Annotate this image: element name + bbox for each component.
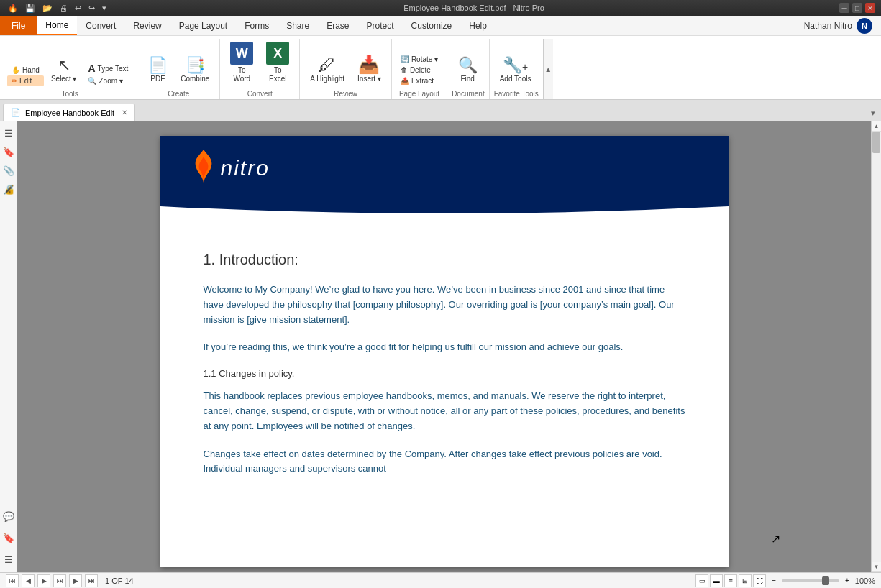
ribbon-group-pagelayout: 🔄 Rotate ▾ 🗑 Delete 📤 Extract Page Layou… (392, 39, 447, 99)
hand-button[interactable]: ✋ Hand (7, 65, 44, 75)
ribbon: ✋ Hand ✏ Edit ↖ Select ▾ A Type Text (0, 36, 881, 100)
rotate-icon: 🔄 (401, 55, 409, 63)
user-avatar[interactable]: N (857, 18, 872, 34)
customize-quick-btn[interactable]: ▾ (100, 4, 109, 13)
pdf-page: nitro 1. Introduction: Welcome to My Com… (160, 136, 729, 567)
scroll-up-arrow[interactable]: ▲ (872, 121, 881, 132)
scroll-thumb[interactable] (872, 132, 880, 153)
to-word-label: ToWord (233, 66, 250, 83)
nav-next-frame-button[interactable]: ⏭ (53, 574, 66, 587)
menu-forms[interactable]: Forms (236, 16, 278, 35)
rotate-button[interactable]: 🔄 Rotate ▾ (396, 54, 442, 65)
nav-play-button[interactable]: ▶ (37, 574, 50, 587)
print-quick-btn[interactable]: 🖨 (58, 4, 70, 12)
zoom-button[interactable]: 🔍 Zoom ▾ (83, 75, 132, 86)
zoom-minus-btn[interactable]: − (769, 576, 779, 584)
highlight-button[interactable]: 🖊 A Highlight (304, 53, 350, 86)
create-items: 📄 PDF 📑 Combine (142, 39, 215, 86)
close-button[interactable]: ✕ (865, 3, 875, 13)
sidebar-thumbnails-icon[interactable]: ☰ (1, 126, 16, 140)
view-single-btn[interactable]: ▭ (695, 574, 708, 587)
ribbon-group-favorite: 🔧+ Add Tools Favorite Tools (490, 39, 543, 99)
zoom-icon: 🔍 (88, 77, 96, 85)
menu-erase[interactable]: Erase (318, 16, 357, 35)
convert-items: W ToWord X ToExcel (224, 39, 295, 86)
menu-protect[interactable]: Protect (358, 16, 403, 35)
menu-home[interactable]: Home (37, 16, 77, 35)
pdf-icon: 📄 (148, 58, 168, 73)
create-group-label: Create (142, 88, 215, 98)
ribbon-group-document: 🔍 Find Document (447, 39, 490, 99)
pdf-content: 1. Introduction: Welcome to My Company! … (160, 223, 729, 518)
sidebar-attachments-icon[interactable]: 📎 (1, 163, 16, 178)
review-items: 🖊 A Highlight 📥 Insert ▾ (304, 39, 387, 86)
edit-label: Edit (19, 77, 32, 85)
scroll-down-arrow[interactable]: ▼ (872, 562, 881, 572)
ribbon-group-review: 🖊 A Highlight 📥 Insert ▾ Review (300, 39, 392, 99)
ribbon-group-tools: ✋ Hand ✏ Edit ↖ Select ▾ A Type Text (3, 39, 137, 99)
tab-close-button[interactable]: ✕ (122, 109, 127, 116)
document-tab[interactable]: 📄 Employee Handbook Edit ✕ (3, 104, 135, 121)
to-excel-button[interactable]: X ToExcel (260, 39, 295, 86)
find-button[interactable]: 🔍 Find (452, 55, 483, 86)
review-group-label: Review (304, 88, 387, 98)
sidebar-bookmarks-icon[interactable]: 🔖 (1, 144, 16, 159)
tab-pdf-icon: 📄 (11, 108, 21, 117)
delete-button[interactable]: 🗑 Delete (396, 65, 442, 75)
maximize-button[interactable]: □ (852, 3, 862, 13)
view-scroll-btn[interactable]: ≡ (724, 574, 737, 587)
sidebar-security-icon[interactable]: 🔏 (1, 182, 16, 196)
to-word-button[interactable]: W ToWord (224, 39, 259, 86)
sidebar-layers-icon[interactable]: ☰ (1, 552, 16, 566)
menu-review[interactable]: Review (124, 16, 170, 35)
page-info: 1 OF 14 (101, 576, 138, 585)
scroll-track[interactable] (872, 132, 881, 562)
edit-button[interactable]: ✏ Edit (7, 75, 44, 86)
combine-label: Combine (181, 75, 209, 83)
insert-button[interactable]: 📥 Insert ▾ (352, 53, 387, 86)
zoom-slider[interactable] (782, 579, 839, 582)
hand-label: Hand (22, 66, 40, 74)
zoom-controls: ▭ ▬ ≡ ⊟ ⛶ − + 100% (695, 574, 875, 587)
extract-label: Extract (411, 77, 434, 85)
menu-file[interactable]: File (0, 16, 37, 35)
ribbon-group-convert: W ToWord X ToExcel Convert (220, 39, 300, 99)
menu-customize[interactable]: Customize (403, 16, 461, 35)
menu-share[interactable]: Share (278, 16, 318, 35)
hand-icon: ✋ (12, 66, 20, 74)
minimize-button[interactable]: ─ (839, 3, 849, 13)
add-tools-button[interactable]: 🔧+ Add Tools (494, 55, 537, 86)
insert-icon: 📥 (358, 56, 380, 73)
select-button[interactable]: ↖ Select ▾ (45, 55, 83, 86)
to-excel-label: ToExcel (269, 66, 286, 83)
view-fullscreen-btn[interactable]: ⛶ (753, 574, 766, 587)
insert-label: Insert ▾ (357, 75, 381, 83)
nitro-logo-icon: 🔥 (6, 4, 20, 13)
extract-button[interactable]: 📤 Extract (396, 75, 442, 86)
ribbon-collapse-btn[interactable]: ▲ (543, 39, 553, 99)
nav-first-button[interactable]: ⏮ (6, 574, 19, 587)
tab-label: Employee Handbook Edit (25, 109, 114, 117)
redo-quick-btn[interactable]: ↪ (86, 4, 97, 13)
menu-convert[interactable]: Convert (77, 16, 124, 35)
open-quick-btn[interactable]: 📂 (40, 4, 55, 13)
menu-page-layout[interactable]: Page Layout (170, 16, 236, 35)
nav-prev-button[interactable]: ◀ (22, 574, 35, 587)
zoom-slider-thumb (822, 576, 829, 585)
undo-quick-btn[interactable]: ↩ (73, 4, 83, 13)
type-text-button[interactable]: A Type Text (83, 61, 132, 75)
right-scrollbar: ▲ ▼ (871, 121, 881, 572)
save-quick-btn[interactable]: 💾 (23, 4, 37, 13)
menu-help[interactable]: Help (460, 16, 496, 35)
sidebar-stamps-icon[interactable]: 🔖 (1, 530, 16, 545)
combine-button[interactable]: 📑 Combine (175, 55, 215, 86)
nitro-text: nitro (221, 156, 270, 180)
nav-next-button[interactable]: ▶ (69, 574, 82, 587)
view-spread-btn[interactable]: ⊟ (739, 574, 752, 587)
zoom-plus-btn[interactable]: + (842, 576, 852, 584)
view-double-btn[interactable]: ▬ (710, 574, 723, 587)
nav-last-button[interactable]: ⏭ (85, 574, 98, 587)
new-tab-button[interactable]: ▾ (868, 106, 878, 121)
sidebar-comments-icon[interactable]: 💬 (1, 509, 16, 523)
pdf-button[interactable]: 📄 PDF (142, 55, 173, 86)
